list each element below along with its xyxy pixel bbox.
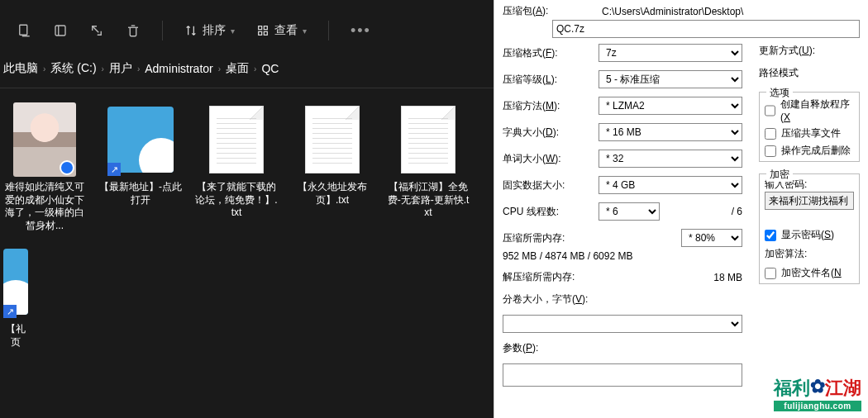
svg-rect-3	[264, 26, 267, 30]
encrypt-group: 加密 输入密码: 显示密码(S) 加密算法: 加密文件名(N	[759, 173, 860, 284]
shortcut-arrow-icon: ↗	[107, 163, 121, 176]
method-select[interactable]: * LZMA2	[599, 97, 742, 115]
text-file-icon	[401, 106, 455, 173]
svg-rect-4	[259, 31, 262, 35]
app-badge-icon	[60, 160, 74, 175]
word-select[interactable]: * 32	[599, 150, 742, 168]
threads-select[interactable]: * 6	[599, 202, 660, 221]
mem-compress-label: 压缩所需内存:	[503, 231, 594, 245]
divider	[162, 21, 163, 40]
opt-delete-after-checkbox[interactable]: 操作完成后删除	[765, 142, 854, 159]
file-item[interactable]: 【福利江湖】全免费-无套路-更新快.txt	[387, 103, 470, 220]
encrypt-filenames-checkbox[interactable]: 加密文件名(N	[765, 264, 854, 282]
dict-select[interactable]: * 16 MB	[599, 123, 742, 141]
share-icon[interactable]	[89, 23, 104, 38]
crumb[interactable]: 此电脑	[3, 61, 38, 76]
file-item[interactable]: 【来了就能下载的论坛，纯免费！】.txt	[195, 103, 278, 220]
opt-sfx-checkbox[interactable]: 创建自释放程序(X	[765, 96, 854, 125]
text-file-icon	[209, 106, 264, 173]
enc-method-label: 加密算法:	[765, 244, 854, 264]
crumb[interactable]: 系统 (C:)	[50, 61, 96, 76]
archive-dir: C:\Users\Administrator\Desktop\	[602, 6, 743, 17]
archive-label: 压缩包(A):	[503, 4, 602, 18]
sevenzip-dialog: 压缩包(A): C:\Users\Administrator\Desktop\ …	[494, 0, 868, 418]
password-input[interactable]	[765, 192, 854, 210]
word-label: 单词大小(W):	[503, 152, 594, 166]
format-label: 压缩格式(F):	[503, 46, 594, 60]
item-label: 【礼页	[3, 323, 28, 349]
toolbar: 排序 ▾ 查看 ▾ •••	[0, 0, 494, 61]
mem-percent-select[interactable]: * 80%	[681, 229, 742, 247]
show-password-checkbox[interactable]: 显示密码(S)	[765, 226, 854, 244]
shortcut-arrow-icon: ↗	[3, 305, 17, 318]
file-manager-pane: 排序 ▾ 查看 ▾ ••• 此电脑› 系统 (C:)› 用户› Administ…	[0, 0, 494, 418]
svg-rect-1	[55, 26, 65, 36]
threads-label: CPU 线程数:	[503, 205, 594, 219]
delete-icon[interactable]	[126, 23, 141, 38]
view-button[interactable]: 查看 ▾	[256, 23, 307, 38]
view-label: 查看	[274, 23, 298, 38]
solid-select[interactable]: * 4 GB	[599, 176, 742, 194]
crumb[interactable]: 用户	[109, 61, 132, 76]
items-grid: 难得如此清纯又可爱的成都小仙女下海了，一级棒的白皙身材... ↗ 【最新地址】-…	[0, 88, 494, 364]
level-label: 压缩等级(L):	[503, 73, 594, 87]
crumb[interactable]: Administrator	[145, 62, 212, 75]
text-file-icon	[305, 106, 360, 173]
chevron-down-icon: ▾	[231, 26, 235, 36]
item-label: 【来了就能下载的论坛，纯免费！】.txt	[195, 181, 278, 220]
threads-total: / 6	[665, 206, 742, 217]
file-item[interactable]: 难得如此清纯又可爱的成都小仙女下海了，一级棒的白皙身材...	[3, 103, 86, 232]
cut-icon[interactable]	[53, 23, 68, 38]
more-icon[interactable]: •••	[351, 22, 371, 40]
svg-rect-2	[259, 26, 262, 30]
image-thumbnail	[13, 102, 76, 177]
dict-label: 字典大小(D):	[503, 126, 594, 140]
chevron-right-icon: ›	[137, 64, 140, 74]
sort-label: 排序	[203, 23, 226, 38]
file-item[interactable]: 【永久地址发布页】.txt	[291, 103, 374, 207]
crumb[interactable]: QC	[261, 62, 279, 75]
params-input[interactable]	[503, 363, 742, 387]
new-icon[interactable]	[17, 23, 31, 38]
chevron-right-icon: ›	[254, 64, 256, 74]
encrypt-title: 加密	[766, 168, 793, 182]
chevron-right-icon: ›	[218, 64, 221, 74]
method-label: 压缩方法(M):	[503, 99, 594, 113]
mem-decompress-value: 18 MB	[579, 272, 742, 283]
options-title: 选项	[766, 86, 793, 100]
mem-compress-value: 952 MB / 4874 MB / 6092 MB	[503, 250, 742, 262]
mem-decompress-label: 解压缩所需内存:	[503, 270, 575, 284]
item-label: 难得如此清纯又可爱的成都小仙女下海了，一级棒的白皙身材...	[3, 181, 86, 232]
item-label: 【永久地址发布页】.txt	[291, 181, 374, 207]
svg-rect-0	[20, 25, 27, 35]
chevron-right-icon: ›	[102, 64, 104, 74]
file-item[interactable]: ↗ 【最新地址】-点此打开	[99, 103, 182, 207]
options-group: 选项 创建自释放程序(X 压缩共享文件 操作完成后删除	[759, 92, 860, 162]
split-select[interactable]	[503, 315, 742, 333]
split-label: 分卷大小，字节(V):	[503, 293, 588, 305]
pathmode-label: 路径模式	[759, 66, 860, 80]
item-label: 【福利江湖】全免费-无套路-更新快.txt	[387, 181, 470, 220]
breadcrumb[interactable]: 此电脑› 系统 (C:)› 用户› Administrator› 桌面› QC	[0, 61, 494, 88]
format-select[interactable]: 7z	[599, 44, 742, 62]
divider	[328, 21, 329, 40]
solid-label: 固实数据大小:	[503, 178, 594, 192]
sort-button[interactable]: 排序 ▾	[184, 23, 235, 38]
crumb[interactable]: 桌面	[226, 61, 249, 76]
params-label: 参数(P):	[503, 342, 538, 354]
archive-filename-input[interactable]	[552, 20, 860, 38]
opt-shared-checkbox[interactable]: 压缩共享文件	[765, 125, 854, 142]
svg-rect-5	[264, 31, 267, 35]
chevron-right-icon: ›	[43, 64, 45, 74]
update-label: 更新方式(U):	[759, 45, 815, 56]
file-item[interactable]: ↗ 【礼页	[3, 245, 28, 349]
level-select[interactable]: 5 - 标准压缩	[599, 70, 742, 88]
watermark-logo: 福利✿江湖 fulijianghu.com	[774, 376, 861, 411]
chevron-down-icon: ▾	[303, 26, 307, 36]
item-label: 【最新地址】-点此打开	[99, 181, 182, 207]
